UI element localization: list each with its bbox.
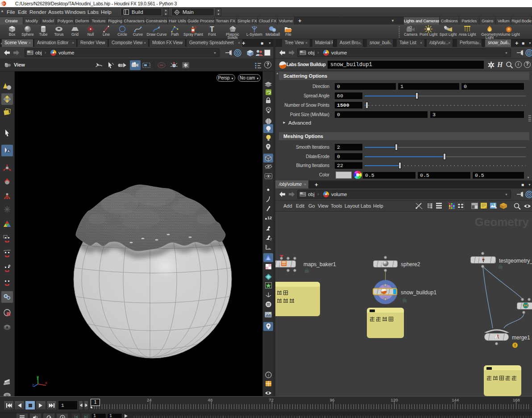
svg-text:+: + [495,206,497,209]
svg-text:y: y [37,375,39,380]
svg-text:T: T [210,25,214,33]
svg-text:x: x [45,380,47,385]
svg-text:A: A [8,150,10,153]
svg-text:12: 12 [267,216,272,220]
svg-text:2: 2 [270,238,272,241]
svg-text:i: i [268,373,269,377]
svg-text:z: z [32,383,34,387]
